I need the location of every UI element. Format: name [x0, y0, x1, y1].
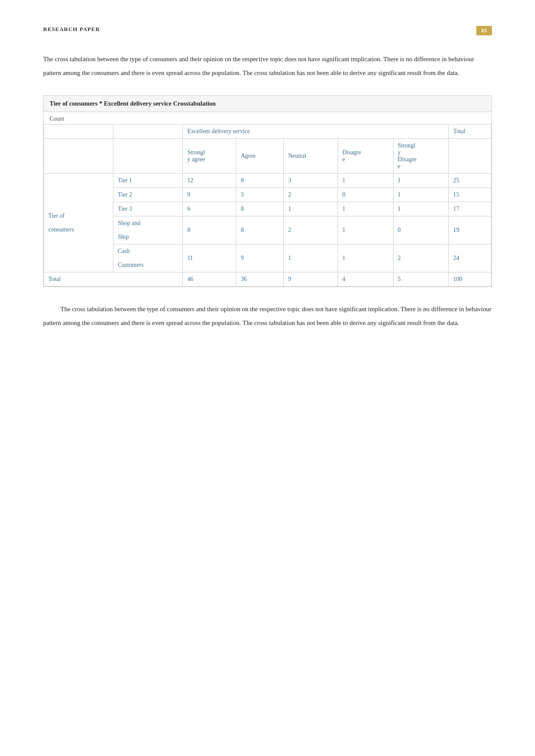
row-cash-total: 24: [449, 244, 491, 272]
subheader-empty-2: [113, 139, 183, 174]
row-cash-val0: 11: [183, 244, 236, 272]
row-tier3-val1: 8: [236, 202, 284, 216]
row-tier2-val0: 9: [183, 188, 236, 202]
row-sublabel-tier2: Tier 2: [113, 188, 183, 202]
row-shopship-val1: 8: [236, 216, 284, 244]
page-header: RESEARCH PAPER 85: [43, 26, 492, 35]
col-header-2: Neutral: [284, 139, 338, 174]
row-shopship-val0: 8: [183, 216, 236, 244]
row-tier3-val2: 1: [284, 202, 338, 216]
row-tier1-val0: 12: [183, 174, 236, 188]
row-cash-val2: 1: [284, 244, 338, 272]
col-header-0: Strongly agree: [183, 139, 236, 174]
row-tier3-total: 17: [449, 202, 491, 216]
header-excellent-delivery: Excellent delivery service: [183, 125, 449, 139]
row-tier2-val2: 2: [284, 188, 338, 202]
row-tier1-val2: 3: [284, 174, 338, 188]
header-empty-2: [113, 125, 183, 139]
row-tier2-val1: 3: [236, 188, 284, 202]
row-cash-val3: 1: [338, 244, 393, 272]
total-val0: 46: [183, 272, 236, 287]
row-shopship-total: 19: [449, 216, 491, 244]
row-header-tier-of-consumers: Tier ofconsumers: [44, 174, 113, 272]
row-tier2-val3: 0: [338, 188, 393, 202]
col-header-1: Agree: [236, 139, 284, 174]
page-number-badge: 85: [476, 26, 492, 35]
total-row-label: Total: [44, 272, 183, 287]
header-total: Total: [449, 125, 491, 139]
row-sublabel-shopship: Shop andShip: [113, 216, 183, 244]
row-tier3-val0: 6: [183, 202, 236, 216]
table-total-row: Total 46 36 9 4 5 100: [44, 272, 491, 287]
row-cash-val4: 2: [393, 244, 449, 272]
row-sublabel-cash: CashCustomers: [113, 244, 183, 272]
subheader-empty-1: [44, 139, 113, 174]
table-title: Tier of consumers * Excellent delivery s…: [44, 96, 491, 112]
row-tier1-val3: 1: [338, 174, 393, 188]
row-tier1-val4: 1: [393, 174, 449, 188]
col-header-4: StronglyDisagree: [393, 139, 449, 174]
row-tier2-total: 15: [449, 188, 491, 202]
row-tier3-val3: 1: [338, 202, 393, 216]
subheader-total-empty: [449, 139, 491, 174]
page: RESEARCH PAPER 85 The cross tabulation b…: [0, 0, 535, 756]
total-val4: 5: [393, 272, 449, 287]
row-sublabel-tier3: Tier 3: [113, 202, 183, 216]
row-tier1-total: 25: [449, 174, 491, 188]
row-tier2-val4: 1: [393, 188, 449, 202]
col-header-3: Disagree: [338, 139, 393, 174]
total-val2: 9: [284, 272, 338, 287]
research-paper-label: RESEARCH PAPER: [43, 26, 100, 33]
total-val1: 36: [236, 272, 284, 287]
table-count-label: Count: [44, 112, 491, 124]
table-row: Tier ofconsumers Tier 1 12 8 3 1 1 25: [44, 174, 491, 188]
intro-paragraph: The cross tabulation between the type of…: [43, 53, 492, 80]
crosstab-table-wrapper: Tier of consumers * Excellent delivery s…: [43, 95, 492, 287]
row-shopship-val3: 1: [338, 216, 393, 244]
row-tier1-val1: 8: [236, 174, 284, 188]
row-sublabel-tier1: Tier 1: [113, 174, 183, 188]
row-tier3-val4: 1: [393, 202, 449, 216]
row-shopship-val2: 2: [284, 216, 338, 244]
crosstab-table: Excellent delivery service Total Strongl…: [44, 124, 491, 287]
total-grand-total: 100: [449, 272, 491, 287]
row-cash-val1: 9: [236, 244, 284, 272]
row-shopship-val4: 0: [393, 216, 449, 244]
header-empty-1: [44, 125, 113, 139]
conclusion-paragraph: The cross tabulation between the type of…: [43, 303, 492, 330]
total-val3: 4: [338, 272, 393, 287]
